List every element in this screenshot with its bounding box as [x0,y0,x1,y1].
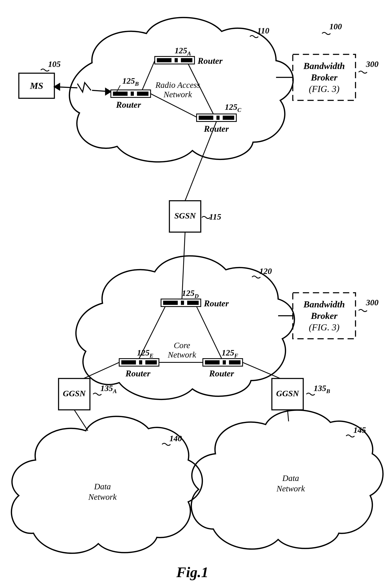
figure-stage: Radio Access Network Core Network Data N… [0,0,385,588]
ref-100: 100 [322,22,342,35]
data-right-1: Data [282,473,299,483]
bb-bot-2: Broker [311,311,338,321]
bb-top-1: Bandwidth [303,61,345,71]
svg-marker-15 [106,88,111,95]
svg-rect-27 [223,116,234,120]
svg-rect-25 [199,116,213,120]
ref-135a: 135A [93,383,117,395]
bb-top-3: (FIG. 3) [309,84,340,94]
link-ggsna-cloud140 [74,410,88,431]
svg-text:100: 100 [329,22,342,31]
ref-125d: 125D [182,288,199,299]
svg-text:110: 110 [257,26,269,35]
link-e-ggsna [84,362,119,378]
svg-rect-36 [145,360,157,364]
router-f: Router [203,359,243,378]
router-a-label: Router [197,56,223,66]
svg-rect-38 [205,360,220,364]
svg-rect-18 [175,58,178,62]
ggsn-a-label: GGSN [63,389,86,398]
router-b-label: Router [116,100,141,109]
svg-text:105: 105 [48,59,61,69]
svg-text:140: 140 [169,434,182,443]
ref-125f: 125F [222,348,238,359]
link-d-e [139,307,165,359]
cloud-core: Core Network [76,256,294,399]
ref-140: 140 [162,434,182,445]
bb-top-2: Broker [311,72,338,83]
ref-115: 115 [202,212,221,221]
data-left-1: Data [94,482,111,491]
bb-bot-1: Bandwidth [303,299,345,310]
svg-rect-32 [187,301,199,305]
ms-link [54,83,111,95]
core-label-2: Network [168,350,196,359]
ran-label-1: Radio Access [155,80,200,90]
ref-125b: 125B [122,76,139,87]
cloud-ran: Radio Access Network [69,18,293,162]
link-ggsnb-cloud145 [288,410,289,421]
ref-300b: 300 [359,298,379,312]
bandwidth-broker-bottom: Bandwidth Broker (FIG. 3) [293,293,356,339]
ref-120: 120 [252,266,272,278]
svg-text:300: 300 [366,298,379,307]
svg-rect-35 [139,360,142,364]
svg-marker-13 [54,84,60,90]
svg-rect-31 [181,301,184,305]
diagram-svg: Radio Access Network Core Network Data N… [0,0,385,588]
svg-text:115: 115 [209,212,221,221]
svg-rect-22 [131,92,134,96]
link-f-ggsnb [243,362,280,378]
ref-110: 110 [250,26,269,38]
ref-145: 145 [346,425,366,437]
ref-105: 105 [41,59,61,71]
svg-rect-19 [181,58,192,62]
router-c-label: Router [204,124,229,134]
data-left-2: Network [88,492,117,502]
router-e-label: Router [125,369,150,378]
data-right-2: Network [276,484,305,493]
router-d: Router [161,299,229,308]
svg-rect-26 [216,116,220,120]
ms-box: MS [19,73,54,98]
svg-text:120: 120 [259,266,272,276]
router-f-label: Router [209,369,234,378]
svg-rect-17 [157,58,171,62]
svg-rect-39 [223,360,226,364]
ran-label-2: Network [163,90,192,99]
svg-text:300: 300 [366,59,379,69]
router-e: Router [119,359,159,378]
bandwidth-broker-top: Bandwidth Broker (FIG. 3) [293,54,356,100]
link-a-b [142,61,155,90]
svg-rect-40 [229,360,240,364]
svg-text:135B: 135B [314,383,330,394]
ggsn-b-box: GGSN [272,378,303,410]
svg-text:145: 145 [353,425,366,435]
svg-rect-34 [121,360,136,364]
bb-bot-3: (FIG. 3) [309,322,340,333]
link-d-f [197,307,222,359]
router-d-label: Router [204,299,229,308]
sgsn-box: SGSN [169,201,201,232]
svg-rect-23 [137,92,149,96]
core-label-1: Core [174,341,190,350]
figure-label: Fig.1 [176,564,209,580]
ref-300a: 300 [359,59,379,73]
sgsn-label: SGSN [174,211,196,220]
ggsn-b-label: GGSN [276,389,299,398]
svg-rect-21 [113,92,128,96]
svg-rect-30 [163,301,178,305]
ms-label: MS [30,81,43,91]
router-c: Router [197,114,236,134]
svg-text:135A: 135A [100,383,117,394]
ref-125a: 125A [175,46,191,57]
link-c-sgsn [185,122,216,201]
ref-135b: 135B [306,383,330,395]
ref-125c: 125C [225,102,241,113]
ggsn-a-box: GGSN [59,378,90,410]
